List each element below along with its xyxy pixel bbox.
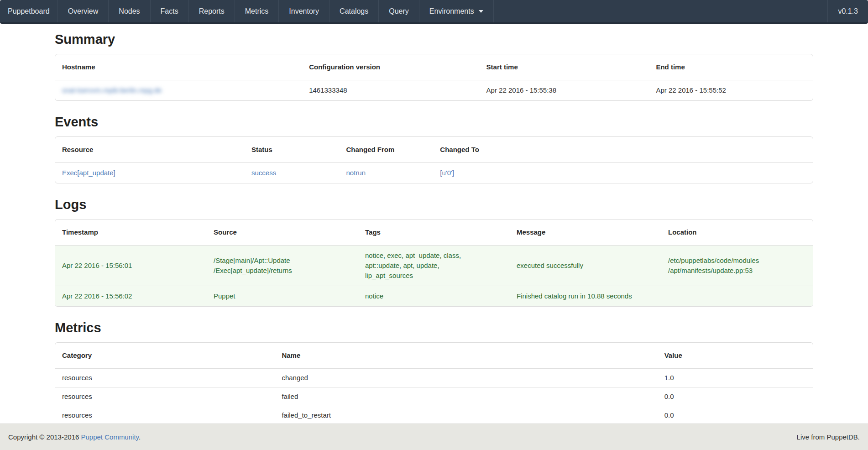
logs-table-panel: Timestamp Source Tags Message Location A… <box>55 219 813 307</box>
logs-header-tags: Tags <box>358 220 510 246</box>
log-timestamp: Apr 22 2016 - 15:56:01 <box>55 246 207 286</box>
metrics-heading: Metrics <box>55 319 813 336</box>
navbar: Puppetboard Overview Nodes Facts Reports… <box>0 0 868 24</box>
summary-header-row: Hostname Configuration version Start tim… <box>55 54 813 80</box>
footer: Copyright © 2013-2016 Puppet Community. … <box>0 424 868 450</box>
log-tags: notice <box>358 286 510 307</box>
log-timestamp: Apr 22 2016 - 15:56:02 <box>55 286 207 307</box>
metrics-header-name: Name <box>275 343 657 369</box>
log-location: /etc/puppetlabs/code/modules /apt/manife… <box>661 246 813 286</box>
end-time-value: Apr 22 2016 - 15:55:52 <box>649 80 813 101</box>
nav-item-nodes[interactable]: Nodes <box>109 0 150 22</box>
nav-spacer <box>494 0 828 22</box>
footer-copyright: Copyright © 2013-2016 Puppet Community. <box>8 433 141 441</box>
events-heading: Events <box>55 114 813 130</box>
metric-row: resources failed 0.0 <box>55 387 813 406</box>
log-source: Puppet <box>207 286 358 307</box>
nav-version-link[interactable]: v0.1.3 <box>827 0 868 22</box>
metric-category: resources <box>55 369 275 387</box>
metric-value: 0.0 <box>658 387 813 406</box>
events-header-row: Resource Status Changed From Changed To <box>55 137 813 163</box>
log-message: executed successfully <box>510 246 661 286</box>
metric-value: 1.0 <box>658 369 813 387</box>
configuration-version-value: 1461333348 <box>302 80 479 101</box>
metric-name: failed <box>275 387 657 406</box>
metric-category: resources <box>55 387 275 406</box>
events-table: Resource Status Changed From Changed To … <box>55 137 813 183</box>
metrics-header-value: Value <box>658 343 813 369</box>
log-message: Finished catalog run in 10.88 seconds <box>510 286 661 307</box>
event-changed-to-link[interactable]: [u'0'] <box>440 169 454 177</box>
summary-header-hostname: Hostname <box>55 54 302 80</box>
logs-heading: Logs <box>55 196 813 213</box>
metric-row: resources changed 1.0 <box>55 369 813 387</box>
start-time-value: Apr 22 2016 - 15:55:38 <box>480 80 649 101</box>
footer-copyright-text: Copyright © 2013-2016 <box>8 433 81 441</box>
report-page: Summary Hostname Configuration version S… <box>55 31 813 444</box>
events-section: Events Resource Status Changed From Chan… <box>55 114 813 183</box>
metric-name: changed <box>275 369 657 387</box>
summary-header-start-time: Start time <box>480 54 649 80</box>
summary-table: Hostname Configuration version Start tim… <box>55 54 813 100</box>
nav-item-environments-label: Environments <box>429 7 474 16</box>
metric-name: failed_to_restart <box>275 406 657 425</box>
logs-section: Logs Timestamp Source Tags Message Locat… <box>55 196 813 307</box>
metric-category: resources <box>55 406 275 425</box>
logs-header-message: Message <box>510 220 661 246</box>
chevron-down-icon <box>479 10 483 13</box>
metrics-header-row: Category Name Value <box>55 343 813 369</box>
log-row: Apr 22 2016 - 15:56:01 /Stage[main]/Apt:… <box>55 246 813 286</box>
nav-item-catalogs[interactable]: Catalogs <box>329 0 379 22</box>
puppet-community-link[interactable]: Puppet Community <box>81 433 139 441</box>
hostname-link[interactable]: snat-tservvm.mpib-berlin.mpg.de <box>62 86 162 94</box>
event-changed-from-link[interactable]: notrun <box>346 169 366 177</box>
metrics-header-category: Category <box>55 343 275 369</box>
events-table-panel: Resource Status Changed From Changed To … <box>55 136 813 183</box>
nav-item-overview[interactable]: Overview <box>58 0 109 22</box>
footer-status: Live from PuppetDB. <box>797 433 860 441</box>
nav-item-reports[interactable]: Reports <box>189 0 235 22</box>
log-tags: notice, exec, apt_update, class, apt::up… <box>358 246 510 286</box>
event-status-link[interactable]: success <box>251 169 276 177</box>
logs-header-row: Timestamp Source Tags Message Location <box>55 220 813 246</box>
logs-header-timestamp: Timestamp <box>55 220 207 246</box>
summary-section: Summary Hostname Configuration version S… <box>55 31 813 101</box>
summary-header-end-time: End time <box>649 54 813 80</box>
footer-copyright-suffix: . <box>139 433 141 441</box>
nav-item-environments-dropdown[interactable]: Environments <box>419 0 494 22</box>
nav-item-facts[interactable]: Facts <box>151 0 189 22</box>
log-row: Apr 22 2016 - 15:56:02 Puppet notice Fin… <box>55 286 813 307</box>
logs-header-source: Source <box>207 220 358 246</box>
nav-item-metrics[interactable]: Metrics <box>235 0 279 22</box>
summary-heading: Summary <box>55 31 813 47</box>
event-row: Exec[apt_update] success notrun [u'0'] <box>55 163 813 183</box>
summary-table-panel: Hostname Configuration version Start tim… <box>55 54 813 101</box>
summary-header-configuration-version: Configuration version <box>302 54 479 80</box>
event-resource-link[interactable]: Exec[apt_update] <box>62 169 115 177</box>
summary-row: snat-tservvm.mpib-berlin.mpg.de 14613333… <box>55 80 813 101</box>
log-location <box>661 286 813 307</box>
events-header-changed-to: Changed To <box>433 137 813 163</box>
nav-item-query[interactable]: Query <box>379 0 419 22</box>
logs-table: Timestamp Source Tags Message Location A… <box>55 220 813 306</box>
nav-item-inventory[interactable]: Inventory <box>279 0 329 22</box>
metric-value: 0.0 <box>658 406 813 425</box>
log-source: /Stage[main]/Apt::Update /Exec[apt_updat… <box>207 246 358 286</box>
metric-row: resources failed_to_restart 0.0 <box>55 406 813 425</box>
nav-brand-puppetboard[interactable]: Puppetboard <box>0 0 58 22</box>
events-header-changed-from: Changed From <box>340 137 434 163</box>
logs-header-location: Location <box>661 220 813 246</box>
events-header-status: Status <box>245 137 340 163</box>
events-header-resource: Resource <box>55 137 245 163</box>
